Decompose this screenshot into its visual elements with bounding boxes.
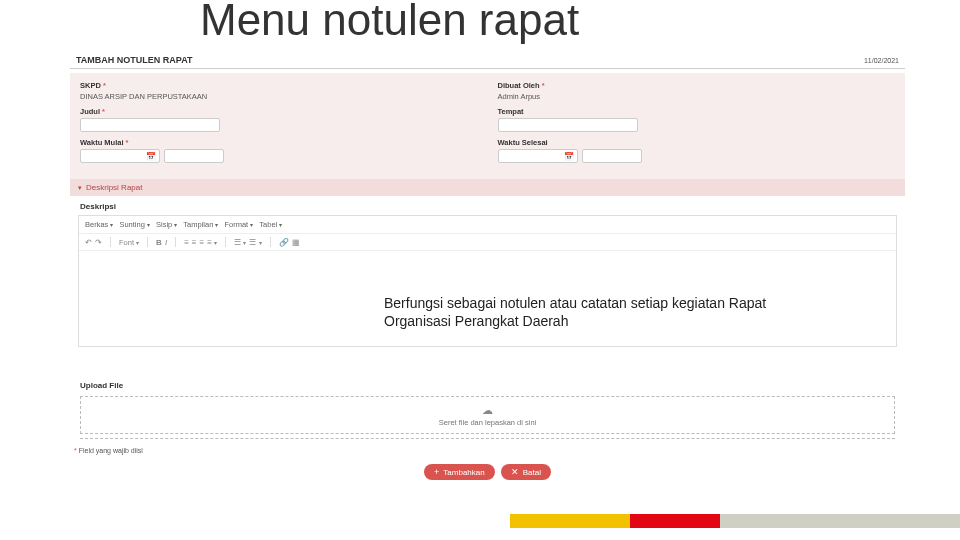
waktu-selesai-time[interactable] xyxy=(582,149,642,163)
deskripsi-section-label: Deskripsi Rapat xyxy=(86,183,142,192)
menu-sisip[interactable]: Sisip ▾ xyxy=(156,220,177,229)
waktu-selesai-label: Waktu Selesai xyxy=(498,138,896,147)
waktu-mulai-date[interactable]: 📅 xyxy=(80,149,160,163)
menu-sunting[interactable]: Sunting ▾ xyxy=(119,220,150,229)
bar-yellow xyxy=(510,514,630,528)
batal-button[interactable]: ✕ Batal xyxy=(501,464,551,480)
align-center-icon[interactable]: ≡ xyxy=(192,238,197,247)
dibuat-label: Dibuat Oleh * xyxy=(498,81,896,90)
undo-icon[interactable]: ↶ xyxy=(85,238,92,247)
align-justify-icon[interactable]: ≡ ▾ xyxy=(207,238,217,247)
italic-icon[interactable]: I xyxy=(165,238,167,247)
footer-color-bars xyxy=(510,514,960,528)
image-icon[interactable]: ▦ xyxy=(292,238,300,247)
deskripsi-label: Deskripsi xyxy=(70,196,905,213)
required-note: * Field yang wajib diisi xyxy=(70,443,905,458)
calendar-icon: 📅 xyxy=(146,152,156,161)
bar-grey xyxy=(720,514,960,528)
align-right-icon[interactable]: ≡ xyxy=(199,238,204,247)
page-title: TAMBAH NOTULEN RAPAT xyxy=(76,55,193,65)
plus-icon: + xyxy=(434,467,439,477)
bullet-list-icon[interactable]: ☰ ▾ xyxy=(234,238,246,247)
editor-toolbar: ↶ ↷ Font ▾ B I ≡ ≡ ≡ ≡ ▾ ☰ ▾ ☰ ▾ xyxy=(79,234,896,251)
slide-title: Menu notulen rapat xyxy=(200,0,579,45)
tambahkan-button[interactable]: + Tambahkan xyxy=(424,464,495,480)
bold-icon[interactable]: B xyxy=(156,238,162,247)
font-select[interactable]: Font ▾ xyxy=(119,238,139,247)
calendar-icon: 📅 xyxy=(564,152,574,161)
menu-berkas[interactable]: Berkas ▾ xyxy=(85,220,113,229)
skpd-value: DINAS ARSIP DAN PERPUSTAKAAN xyxy=(80,92,478,101)
menu-tampilan[interactable]: Tampilan ▾ xyxy=(183,220,218,229)
dropzone-text: Seret file dan lepaskan di sini xyxy=(439,418,537,427)
chevron-down-icon: ▾ xyxy=(78,184,82,192)
skpd-label: SKPD * xyxy=(80,81,478,90)
tempat-input[interactable] xyxy=(498,118,638,132)
editor-menubar: Berkas ▾ Sunting ▾ Sisip ▾ Tampilan ▾ Fo… xyxy=(79,216,896,234)
form-panel: SKPD * DINAS ARSIP DAN PERPUSTAKAAN Judu… xyxy=(70,73,905,179)
header-date: 11/02/2021 xyxy=(864,57,899,64)
menu-format[interactable]: Format ▾ xyxy=(224,220,253,229)
menu-tabel[interactable]: Tabel ▾ xyxy=(259,220,282,229)
bar-red xyxy=(630,514,720,528)
form-header: TAMBAH NOTULEN RAPAT 11/02/2021 xyxy=(70,52,905,69)
number-list-icon[interactable]: ☰ ▾ xyxy=(249,238,261,247)
tempat-label: Tempat xyxy=(498,107,896,116)
file-dropzone[interactable]: ☁ Seret file dan lepaskan di sini xyxy=(80,396,895,434)
dibuat-value: Admin Arpus xyxy=(498,92,896,101)
slide-caption: Berfungsi sebagai notulen atau catatan s… xyxy=(380,290,810,334)
redo-icon[interactable]: ↷ xyxy=(95,238,102,247)
waktu-mulai-time[interactable] xyxy=(164,149,224,163)
upload-label: Upload File xyxy=(80,381,895,390)
close-icon: ✕ xyxy=(511,467,519,477)
align-left-icon[interactable]: ≡ xyxy=(184,238,189,247)
waktu-selesai-date[interactable]: 📅 xyxy=(498,149,578,163)
waktu-mulai-label: Waktu Mulai * xyxy=(80,138,478,147)
link-icon[interactable]: 🔗 xyxy=(279,238,289,247)
divider xyxy=(80,438,895,439)
upload-cloud-icon: ☁ xyxy=(482,404,493,417)
judul-input[interactable] xyxy=(80,118,220,132)
form-screenshot: TAMBAH NOTULEN RAPAT 11/02/2021 SKPD * D… xyxy=(70,52,905,486)
judul-label: Judul * xyxy=(80,107,478,116)
deskripsi-section-bar[interactable]: ▾ Deskripsi Rapat xyxy=(70,179,905,196)
